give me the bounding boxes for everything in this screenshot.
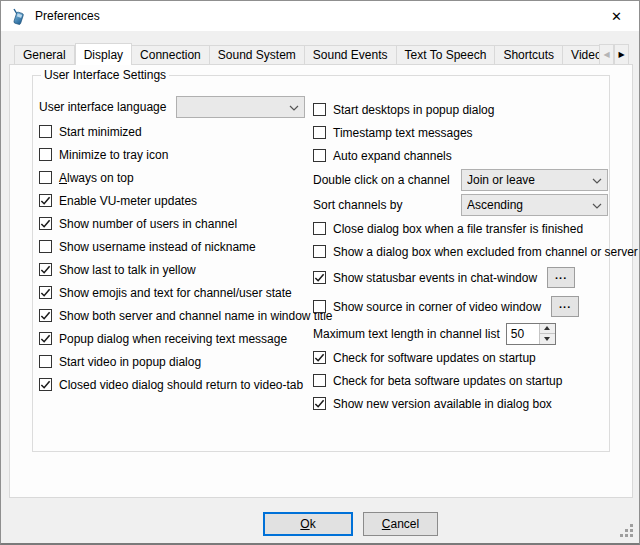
checkbox-label: Show username instead of nickname: [59, 240, 256, 254]
window-title: Preferences: [35, 9, 100, 23]
checkbox-row[interactable]: Show username instead of nickname: [39, 235, 311, 258]
checkbox-row[interactable]: Timestamp text messages: [313, 121, 623, 144]
tab-sound-system[interactable]: Sound System: [210, 45, 305, 65]
checkbox-checked[interactable]: [313, 271, 326, 284]
checkbox-row[interactable]: Check for beta software updates on start…: [313, 369, 623, 392]
checkbox-row[interactable]: Close dialog box when a file transfer is…: [313, 217, 623, 240]
checkbox-label: Check for beta software updates on start…: [333, 374, 562, 388]
checkbox-row[interactable]: Show emojis and text for channel/user st…: [39, 281, 311, 304]
checkbox-row[interactable]: Show new version available in dialog box: [313, 392, 623, 415]
checkbox-unchecked[interactable]: [39, 171, 52, 184]
user-interface-settings-group: User Interface Settings User interface l…: [32, 75, 610, 452]
app-icon: [10, 8, 27, 25]
checkbox-unchecked[interactable]: [313, 222, 326, 235]
tab-connection[interactable]: Connection: [132, 45, 210, 65]
left-column: User interface language Start minimizedM…: [39, 94, 311, 396]
tab-shortcuts[interactable]: Shortcuts: [495, 45, 563, 65]
resize-grip-dots: [620, 524, 623, 527]
checkbox-checked[interactable]: [39, 309, 52, 322]
ellipsis-button[interactable]: ...: [551, 296, 579, 317]
tab-sound-events[interactable]: Sound Events: [305, 45, 397, 65]
checkbox-row[interactable]: Minimize to tray icon: [39, 143, 311, 166]
cancel-button[interactable]: Cancel: [363, 512, 438, 536]
checkbox-label: Always on top: [59, 171, 134, 185]
checkbox-unchecked[interactable]: [39, 125, 52, 138]
checkbox-label: Timestamp text messages: [333, 126, 473, 140]
checkbox-checked[interactable]: [39, 263, 52, 276]
checkbox-unchecked[interactable]: [313, 149, 326, 162]
checkbox-unchecked[interactable]: [313, 245, 326, 258]
checkbox-label: Show last to talk in yellow: [59, 263, 196, 277]
checkbox-row[interactable]: Always on top: [39, 166, 311, 189]
spin-up-icon[interactable]: [540, 324, 555, 334]
checkbox-label: Check for software updates on startup: [333, 351, 536, 365]
ellipsis-button[interactable]: ...: [547, 267, 575, 288]
language-label: User interface language: [39, 100, 176, 114]
checkbox-unchecked[interactable]: [313, 374, 326, 387]
spinbox-row: Maximum text length in channel list50: [313, 321, 623, 346]
close-icon[interactable]: ✕: [594, 1, 639, 31]
checkbox-row[interactable]: Start desktops in popup dialog: [313, 98, 623, 121]
checkbox-row[interactable]: Show a dialog box when excluded from cha…: [313, 240, 623, 263]
group-title: User Interface Settings: [41, 68, 169, 82]
spin-down-icon[interactable]: [540, 334, 555, 344]
checkbox-label: Show number of users in channel: [59, 217, 237, 231]
spinbox-value: 50: [507, 324, 539, 344]
spinbox-buttons: [539, 324, 555, 344]
combobox[interactable]: Ascending: [461, 194, 608, 216]
right-column: Start desktops in popup dialogTimestamp …: [313, 98, 623, 415]
checkbox-row[interactable]: Enable VU-meter updates: [39, 189, 311, 212]
checkbox-row[interactable]: Auto expand channels: [313, 144, 623, 167]
select-row: Sort channels byAscending: [313, 192, 623, 217]
checkbox-unchecked[interactable]: [39, 240, 52, 253]
checkbox-unchecked[interactable]: [39, 148, 52, 161]
checkbox-row[interactable]: Show both server and channel name in win…: [39, 304, 311, 327]
checkbox-unchecked[interactable]: [313, 103, 326, 116]
checkbox-row[interactable]: Show last to talk in yellow: [39, 258, 311, 281]
language-combobox[interactable]: [176, 96, 305, 118]
checkbox-row[interactable]: Start video in popup dialog: [39, 350, 311, 373]
checkbox-row[interactable]: Check for software updates on startup: [313, 346, 623, 369]
language-row: User interface language: [39, 94, 311, 120]
checkbox-row[interactable]: Popup dialog when receiving text message: [39, 327, 311, 350]
preferences-dialog: Preferences ✕ GeneralDisplayConnectionSo…: [0, 0, 640, 545]
combobox[interactable]: Join or leave: [461, 169, 608, 191]
checkbox-label: Show emojis and text for channel/user st…: [59, 286, 292, 300]
tab-text-to-speech[interactable]: Text To Speech: [397, 45, 496, 65]
checkbox-row[interactable]: Show statusbar events in chat-window...: [313, 263, 623, 292]
tab-display[interactable]: Display: [75, 43, 132, 65]
resize-grip[interactable]: [620, 524, 634, 538]
checkbox-checked[interactable]: [313, 397, 326, 410]
checkbox-checked[interactable]: [313, 351, 326, 364]
tab-scroll-left-button[interactable]: ◀: [599, 44, 614, 65]
field-label: Sort channels by: [313, 198, 461, 212]
ok-button[interactable]: Ok: [263, 512, 353, 536]
checkbox-checked[interactable]: [39, 217, 52, 230]
spinbox[interactable]: 50: [506, 323, 556, 345]
checkbox-row[interactable]: Show source in corner of video window...: [313, 292, 623, 321]
tab-general[interactable]: General: [14, 45, 75, 65]
checkbox-checked[interactable]: [39, 332, 52, 345]
checkbox-label: Auto expand channels: [333, 149, 452, 163]
display-tab-page: User Interface Settings User interface l…: [9, 64, 633, 498]
checkbox-unchecked[interactable]: [313, 300, 326, 313]
checkbox-row[interactable]: Show number of users in channel: [39, 212, 311, 235]
checkbox-label: Start video in popup dialog: [59, 355, 201, 369]
checkbox-unchecked[interactable]: [313, 126, 326, 139]
field-label: Maximum text length in channel list: [313, 327, 500, 341]
checkbox-checked[interactable]: [39, 286, 52, 299]
checkbox-label: Show both server and channel name in win…: [59, 309, 333, 323]
checkbox-label: Start minimized: [59, 125, 142, 139]
checkbox-row[interactable]: Closed video dialog should return to vid…: [39, 373, 311, 396]
checkbox-label: Enable VU-meter updates: [59, 194, 197, 208]
checkbox-checked[interactable]: [39, 378, 52, 391]
title-bar: Preferences ✕: [1, 1, 639, 31]
checkbox-label: Minimize to tray icon: [59, 148, 168, 162]
checkbox-checked[interactable]: [39, 194, 52, 207]
field-label: Double click on a channel: [313, 173, 461, 187]
checkbox-row[interactable]: Start minimized: [39, 120, 311, 143]
tab-scroll-right-button[interactable]: ▶: [614, 44, 629, 65]
checkbox-unchecked[interactable]: [39, 355, 52, 368]
combobox-value: Join or leave: [467, 173, 588, 187]
tab-scrollers: ◀ ▶: [599, 44, 629, 65]
